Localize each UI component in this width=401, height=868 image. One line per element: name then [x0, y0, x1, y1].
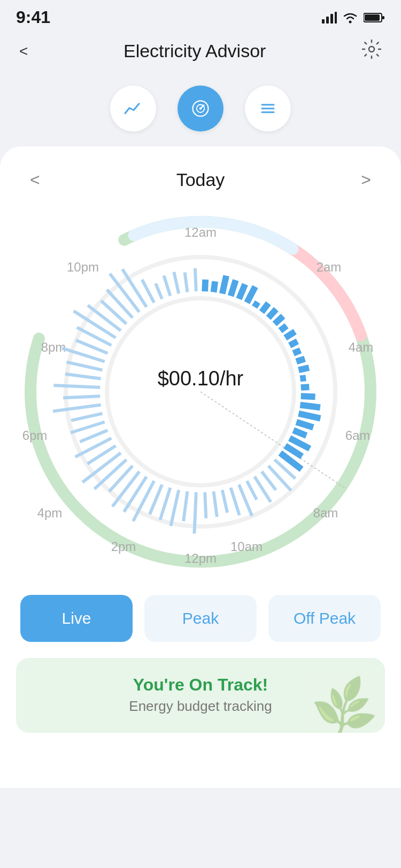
- nav-trend-button[interactable]: [110, 86, 156, 131]
- live-button[interactable]: Live: [20, 595, 133, 642]
- svg-point-4: [349, 20, 352, 23]
- svg-line-45: [275, 316, 283, 324]
- back-button[interactable]: <: [16, 40, 31, 63]
- svg-line-38: [222, 276, 226, 294]
- battery-icon: [364, 12, 385, 23]
- svg-line-66: [247, 481, 257, 500]
- day-label: Today: [176, 169, 225, 190]
- next-day-button[interactable]: >: [352, 166, 380, 194]
- svg-line-47: [286, 331, 295, 338]
- svg-line-80: [109, 466, 133, 492]
- svg-line-57: [296, 422, 313, 428]
- svg-line-106: [185, 273, 188, 292]
- svg-line-88: [53, 405, 101, 412]
- svg-line-102: [142, 280, 154, 303]
- svg-line-105: [174, 272, 179, 294]
- status-bar: 9:41: [0, 0, 401, 30]
- svg-line-74: [171, 490, 179, 526]
- svg-line-91: [65, 374, 101, 379]
- status-icons: [322, 12, 385, 24]
- svg-line-90: [53, 385, 100, 387]
- wifi-icon: [342, 12, 358, 24]
- svg-line-97: [88, 305, 121, 330]
- svg-line-77: [133, 481, 154, 521]
- svg-line-43: [261, 303, 268, 312]
- svg-rect-6: [365, 14, 380, 21]
- svg-line-58: [294, 430, 306, 436]
- svg-line-107: [195, 268, 196, 291]
- svg-rect-1: [326, 17, 329, 24]
- svg-line-54: [301, 396, 315, 397]
- page-title: Electricity Advisor: [124, 41, 266, 61]
- peak-button[interactable]: Peak: [144, 595, 257, 642]
- svg-rect-7: [382, 16, 384, 19]
- svg-line-53: [301, 387, 309, 387]
- prev-day-button[interactable]: <: [21, 166, 49, 194]
- svg-line-70: [214, 491, 217, 517]
- svg-line-72: [194, 492, 196, 533]
- svg-line-51: [299, 368, 309, 370]
- leaf-icon: 🌿: [306, 673, 382, 733]
- svg-line-104: [164, 276, 170, 296]
- svg-line-12: [200, 105, 204, 108]
- svg-line-75: [160, 487, 170, 520]
- svg-line-73: [183, 491, 187, 521]
- svg-line-87: [71, 414, 102, 421]
- signal-icon: [322, 12, 337, 24]
- offpeak-button[interactable]: Off Peak: [268, 595, 381, 642]
- svg-line-68: [231, 487, 240, 515]
- svg-line-103: [156, 283, 162, 299]
- svg-line-56: [299, 414, 321, 418]
- header: < Electricity Advisor: [0, 30, 401, 75]
- svg-point-8: [369, 46, 374, 52]
- gauge-icon: [190, 98, 211, 119]
- nav-row: [0, 75, 401, 146]
- svg-line-40: [239, 284, 245, 299]
- svg-line-96: [74, 311, 116, 338]
- svg-line-79: [112, 471, 139, 507]
- svg-line-36: [205, 280, 205, 291]
- svg-line-49: [294, 351, 300, 353]
- radial-chart: 12am 2am 4am 6am 8am 10am 12pm 2pm 4pm 6…: [19, 210, 382, 574]
- nav-gauge-button[interactable]: [178, 86, 223, 131]
- svg-line-99: [107, 290, 133, 317]
- svg-line-100: [110, 274, 139, 312]
- svg-line-44: [268, 309, 276, 318]
- svg-line-69: [222, 490, 227, 513]
- svg-line-37: [214, 281, 215, 292]
- on-track-title: You're On Track!: [133, 675, 268, 695]
- svg-line-41: [247, 286, 256, 303]
- svg-line-71: [205, 492, 206, 518]
- svg-line-89: [63, 396, 100, 398]
- settings-button[interactable]: [358, 36, 385, 66]
- trend-icon: [123, 98, 143, 119]
- svg-line-101: [122, 269, 146, 307]
- svg-line-50: [296, 359, 305, 361]
- on-track-banner[interactable]: You're On Track! Energy budget tracking …: [16, 658, 385, 733]
- svg-line-92: [66, 362, 102, 370]
- svg-line-81: [95, 460, 127, 489]
- svg-rect-2: [330, 14, 333, 24]
- svg-line-78: [124, 477, 146, 512]
- status-time: 9:41: [16, 7, 50, 27]
- menu-icon: [258, 98, 278, 119]
- svg-line-48: [290, 342, 298, 346]
- svg-line-64: [261, 471, 276, 490]
- day-nav: < Today >: [0, 146, 401, 199]
- on-track-subtitle: Energy budget tracking: [129, 698, 272, 715]
- svg-rect-0: [322, 19, 325, 24]
- svg-line-82: [82, 453, 121, 482]
- svg-line-55: [300, 405, 320, 408]
- svg-line-86: [71, 422, 104, 433]
- svg-line-39: [231, 280, 236, 296]
- svg-line-52: [300, 378, 306, 378]
- nav-menu-button[interactable]: [245, 86, 291, 131]
- svg-line-42: [255, 302, 258, 307]
- svg-rect-3: [335, 12, 337, 24]
- svg-line-85: [80, 430, 107, 442]
- main-card: < Today >: [0, 146, 401, 788]
- buttons-row: Live Peak Off Peak: [0, 579, 401, 653]
- svg-line-46: [280, 326, 287, 330]
